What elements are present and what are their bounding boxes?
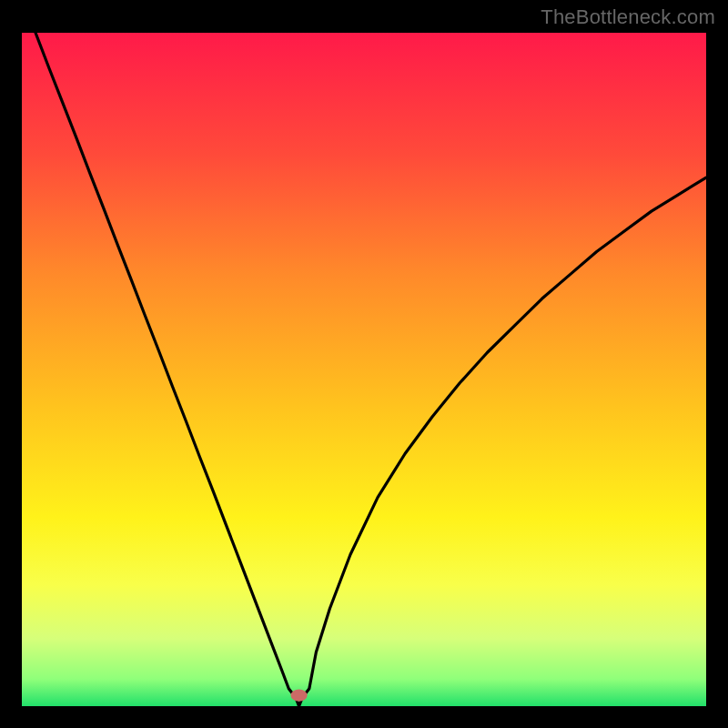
bottleneck-chart: [22, 33, 706, 706]
chart-frame: TheBottleneck.com: [0, 0, 728, 728]
gradient-background: [22, 33, 706, 706]
optimal-point-marker: [291, 690, 308, 702]
watermark-text: TheBottleneck.com: [541, 5, 715, 29]
plot-area: [22, 33, 706, 706]
